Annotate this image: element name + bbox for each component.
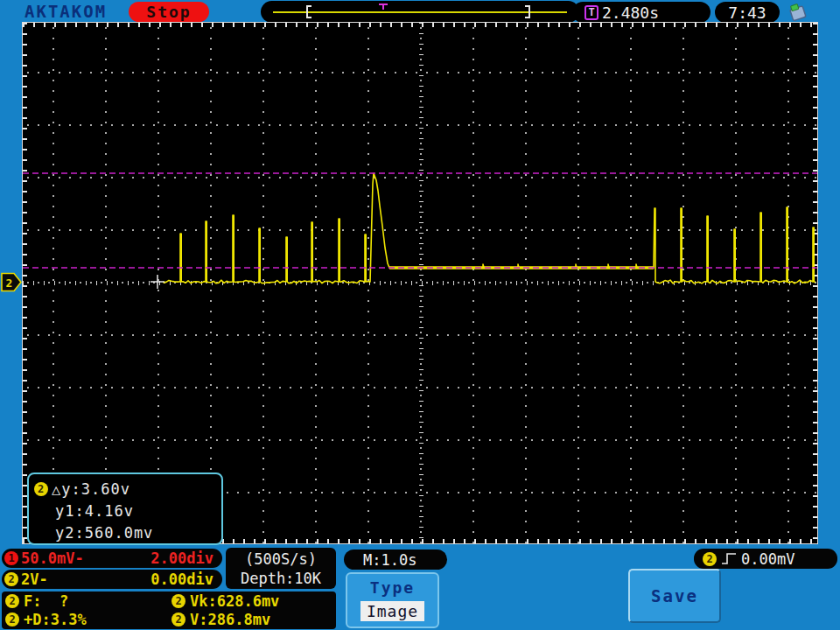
- trigger-t-icon: T: [584, 5, 598, 20]
- channel2-status-bar: 2 2V- 0.00div: [2, 570, 222, 589]
- meas-freq-badge: 2: [5, 594, 19, 608]
- channel2-badge: 2: [34, 482, 48, 496]
- timebase-indicator: M:1.0s: [344, 550, 447, 570]
- channel1-status-bar: 1 50.0mV- 2.00div: [2, 549, 222, 568]
- acquisition-info-box: (500S/s) Depth:10K: [226, 548, 336, 589]
- rising-edge-icon: [721, 552, 737, 565]
- channel2-position: 0.00div: [150, 570, 214, 588]
- cursor-delta-y: △y:3.60v: [52, 480, 130, 498]
- trigger-source-badge: 2: [703, 552, 717, 566]
- clock: 7:43: [715, 2, 780, 23]
- cursor-y2-value: y2:560.0mv: [55, 524, 153, 542]
- channel2-badge: 2: [4, 572, 18, 586]
- window-right-bracket-icon: [525, 5, 530, 18]
- waveform-plot: [22, 22, 818, 544]
- brand-logo: AKTAKOM: [24, 2, 107, 21]
- cursor-y1-value: y1:4.16v: [55, 502, 134, 520]
- channel2-ground-label: 2: [6, 276, 13, 290]
- channel1-badge: 1: [4, 551, 18, 565]
- meas-duty-badge: 2: [5, 612, 19, 626]
- run-stop-indicator[interactable]: Stop: [129, 2, 209, 22]
- channel1-scale: 50.0mV-: [21, 550, 84, 567]
- trigger-level-indicator: 2 0.00mV: [694, 549, 837, 569]
- trigger-time-value: 2.480s: [602, 4, 659, 22]
- memory-depth: Depth:10K: [241, 569, 321, 588]
- measurements-bar: 2 F: ? 2 Vk:628.6mv 2 +D:3.3% 2 V:286.8m…: [2, 592, 336, 629]
- meas-v-badge: 2: [172, 612, 186, 626]
- window-left-bracket-icon: [306, 5, 312, 18]
- sample-rate: (500S/s): [245, 550, 317, 569]
- meas-v: V:286.8mv: [190, 611, 270, 628]
- trigger-time-indicator: T 2.480s: [572, 2, 710, 23]
- meas-vk: Vk:628.6mv: [190, 592, 279, 610]
- channel2-scale: 2V-: [21, 570, 48, 588]
- meas-vk-badge: 2: [172, 594, 186, 608]
- channel1-position: 2.00div: [150, 550, 214, 567]
- cursor-measurement-box: 2 △y:3.60v y1:4.16v y2:560.0mv: [27, 472, 223, 545]
- menu-selected-option[interactable]: Image: [360, 601, 424, 621]
- horizontal-position-bar[interactable]: [261, 1, 579, 23]
- menu-title: Type: [370, 578, 415, 597]
- trigger-point-cross-icon: [150, 275, 164, 289]
- save-type-menu[interactable]: Type Image: [346, 572, 439, 628]
- meas-duty: +D:3.3%: [24, 611, 87, 628]
- save-button[interactable]: Save: [628, 569, 721, 623]
- trigger-position-icon: [379, 4, 388, 5]
- record-length-line: [273, 11, 567, 13]
- channel2-ground-marker[interactable]: 2: [1, 272, 24, 292]
- trigger-level-value: 0.00mV: [741, 550, 794, 568]
- usb-disk-icon: [785, 2, 809, 23]
- meas-freq: F: ?: [24, 592, 68, 610]
